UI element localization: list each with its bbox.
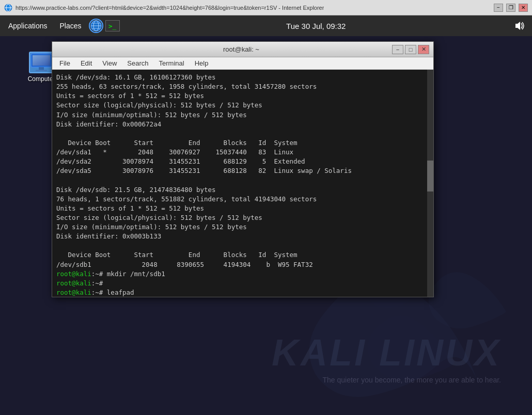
terminal-scrollbar[interactable] [427,70,433,297]
prompt3: root@kali:~# leafpad [56,289,134,296]
window-controls: − □ ✕ [392,45,429,54]
line10: /dev/sda2 30078974 31455231 688129 5 Ext… [56,157,305,165]
terminal-menubar: File Edit View Search Terminal Help [52,57,433,70]
prompt1-rest: :~# mkdir /mnt/sdb1 [91,270,165,278]
terminal-window: root@kali: ~ − □ ✕ File Edit View Search… [52,41,434,297]
svg-rect-13 [36,70,47,71]
taskbar: Applications Places >_ Tue 30 Jul, 09:32 [0,15,532,36]
line8: Device Boot Start End Blocks Id System [56,139,298,147]
menu-edit[interactable]: Edit [75,58,97,68]
terminal-content[interactable]: Disk /dev/sda: 16.1 GB, 16106127360 byte… [52,70,433,297]
svg-rect-12 [39,67,44,70]
menu-search[interactable]: Search [122,58,153,68]
ie-icon [4,4,12,12]
line5: I/O size (minimum/optimal): 512 bytes / … [56,111,247,119]
line12 [56,176,60,184]
kali-tagline: The quieter you become, the more you are… [322,376,501,384]
prompt2-user: root@kali [56,279,91,287]
globe-svg [90,20,102,31]
line20: Device Boot Start End Blocks Id System [56,251,298,259]
browser-restore-btn[interactable]: ❐ [506,4,515,12]
terminal-symbol: >_ [108,22,117,30]
browser-controls: − ❐ ✕ [494,4,528,12]
line4: Sector size (logical/physical): 512 byte… [56,101,262,109]
volume-icon[interactable] [512,19,527,33]
prompt2: root@kali:~# [56,279,103,287]
terminal-minimize-btn[interactable]: − [392,45,403,54]
line18: Disk identifier: 0x0003b133 [56,232,161,240]
globe-icon[interactable] [89,19,103,33]
line7 [56,130,60,137]
terminal-close-btn[interactable]: ✕ [418,45,429,54]
browser-minimize-btn[interactable]: − [494,4,503,12]
line3: Units = sectors of 1 * 512 = 512 bytes [56,92,204,100]
places-menu[interactable]: Places [55,20,87,32]
terminal-icon[interactable]: >_ [105,20,120,31]
datetime-display: Tue 30 Jul, 09:32 [286,22,346,30]
line13: Disk /dev/sdb: 21.5 GB, 21474836480 byte… [56,186,216,194]
line16: Sector size (logical/physical): 512 byte… [56,214,262,221]
browser-title-left: https://www.practice-labs.com/?client=ht… [4,4,324,12]
line6: Disk identifier: 0x000672a4 [56,120,161,128]
browser-close-btn[interactable]: ✕ [519,4,528,12]
terminal-restore-btn[interactable]: □ [405,45,416,54]
taskbar-left: Applications Places >_ [0,19,120,33]
menu-terminal[interactable]: Terminal [154,58,190,68]
computer-icon-label: Computer [28,75,55,83]
browser-titlebar: https://www.practice-labs.com/?client=ht… [0,0,532,15]
line11: /dev/sda5 30078976 31455231 688128 82 Li… [56,167,352,174]
desktop: KALI LINUX The quieter you become, the m… [0,15,532,415]
volume-svg [513,21,526,31]
prompt3-user: root@kali [56,289,91,296]
line15: Units = sectors of 1 * 512 = 512 bytes [56,204,204,212]
line1: Disk /dev/sda: 16.1 GB, 16106127360 byte… [56,73,216,81]
line21: /dev/sdb1 2048 8390655 4194304 b W95 FAT… [56,261,313,268]
line2: 255 heads, 63 sectors/track, 1958 cylind… [56,83,317,90]
taskbar-right [512,19,532,33]
line17: I/O size (minimum/optimal): 512 bytes / … [56,223,247,231]
svg-marker-8 [515,22,520,30]
menu-file[interactable]: File [54,58,75,68]
prompt1: root@kali:~# mkdir /mnt/sdb1 [56,270,165,278]
menu-view[interactable]: View [97,58,122,68]
terminal-titlebar: root@kali: ~ − □ ✕ [52,42,433,57]
monitor-svg [30,53,53,72]
line9: /dev/sda1 * 2048 30076927 15037440 83 Li… [56,148,293,156]
computer-icon-image [29,52,54,73]
scrollbar-thumb[interactable] [427,161,433,191]
kali-watermark: KALI LINUX [272,331,501,374]
line14: 76 heads, 1 sectors/track, 551882 cylind… [56,195,317,203]
terminal-output: Disk /dev/sda: 16.1 GB, 16106127360 byte… [56,73,429,297]
applications-menu[interactable]: Applications [3,20,53,32]
browser-url: https://www.practice-labs.com/?client=ht… [15,5,324,11]
terminal-title: root@kali: ~ [90,45,392,53]
prompt2-rest: :~# [91,279,103,287]
line19 [56,242,60,249]
prompt3-rest: :~# leafpad [91,289,134,296]
prompt1-user: root@kali [56,270,91,278]
svg-rect-11 [33,55,50,66]
menu-help[interactable]: Help [190,58,214,68]
